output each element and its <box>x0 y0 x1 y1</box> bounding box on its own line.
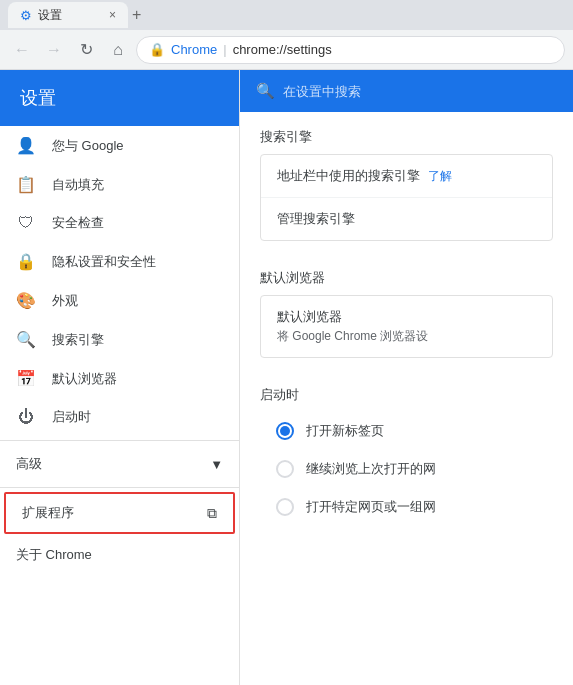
radio-unselected-2 <box>276 498 294 516</box>
manage-search-engines-item[interactable]: 管理搜索引擎 <box>261 198 552 240</box>
advanced-label: 高级 <box>16 455 42 473</box>
radio-selected <box>276 422 294 440</box>
gear-icon: ⚙ <box>20 8 32 23</box>
forward-button[interactable]: → <box>40 36 68 64</box>
sidebar-header: 设置 <box>0 70 239 126</box>
tab-close-button[interactable]: × <box>109 8 116 22</box>
sidebar-item-autofill[interactable]: 📋 自动填充 <box>0 165 239 204</box>
external-link-icon: ⧉ <box>207 505 217 522</box>
search-icon: 🔍 <box>16 330 36 349</box>
sidebar-item-appearance[interactable]: 🎨 外观 <box>0 281 239 320</box>
address-bar-search-label: 地址栏中使用的搜索引擎 <box>277 167 420 185</box>
startup-radio-group: 打开新标签页 继续浏览上次打开的网 打开特定网页或一组网 <box>260 412 553 526</box>
reload-button[interactable]: ↻ <box>72 36 100 64</box>
person-icon: 👤 <box>16 136 36 155</box>
sidebar-divider-2 <box>0 487 239 488</box>
startup-option-label-2: 打开特定网页或一组网 <box>306 498 436 516</box>
content-search-bar[interactable]: 🔍 <box>240 70 573 112</box>
sidebar-title: 设置 <box>20 86 56 110</box>
main-layout: 设置 👤 您与 Google 📋 自动填充 🛡 安全检查 🔒 隐私设置和安全性 … <box>0 70 573 685</box>
sidebar-item-label: 您与 Google <box>52 137 124 155</box>
startup-title: 启动时 <box>260 386 553 404</box>
startup-option-label-0: 打开新标签页 <box>306 422 384 440</box>
content: 🔍 搜索引擎 地址栏中使用的搜索引擎 了解 管理搜索引擎 默认浏览器 <box>240 70 573 685</box>
sidebar-item-label: 隐私设置和安全性 <box>52 253 156 271</box>
default-browser-section: 默认浏览器 默认浏览器 将 Google Chrome 浏览器设 <box>240 253 573 370</box>
sidebar-item-label: 自动填充 <box>52 176 104 194</box>
sidebar-item-safety[interactable]: 🛡 安全检查 <box>0 204 239 242</box>
lock-icon: 🔒 <box>149 42 165 57</box>
sidebar-item-search[interactable]: 🔍 搜索引擎 <box>0 320 239 359</box>
sidebar-divider <box>0 440 239 441</box>
radio-unselected <box>276 460 294 478</box>
sidebar-item-label: 启动时 <box>52 408 91 426</box>
about-label: 关于 Chrome <box>16 546 92 564</box>
sidebar-item-google[interactable]: 👤 您与 Google <box>0 126 239 165</box>
startup-option-0[interactable]: 打开新标签页 <box>260 412 553 450</box>
sidebar-item-label: 外观 <box>52 292 78 310</box>
address-chrome: Chrome <box>171 42 217 57</box>
extensions-label: 扩展程序 <box>22 504 74 522</box>
search-engine-section: 搜索引擎 地址栏中使用的搜索引擎 了解 管理搜索引擎 <box>240 112 573 253</box>
default-browser-label: 默认浏览器 <box>277 308 428 326</box>
chevron-down-icon: ▼ <box>210 457 223 472</box>
home-button[interactable]: ⌂ <box>104 36 132 64</box>
sidebar-item-label: 安全检查 <box>52 214 104 232</box>
default-browser-item[interactable]: 默认浏览器 将 Google Chrome 浏览器设 <box>261 296 552 357</box>
startup-section: 启动时 打开新标签页 继续浏览上次打开的网 打开特定网页或一组网 <box>240 370 573 534</box>
tab-label: 设置 <box>38 7 62 24</box>
new-tab-button[interactable]: + <box>132 6 141 24</box>
nav-bar: ← → ↻ ⌂ 🔒 Chrome | chrome://settings <box>0 30 573 70</box>
startup-option-2[interactable]: 打开特定网页或一组网 <box>260 488 553 526</box>
calendar-icon: 📅 <box>16 369 36 388</box>
default-browser-title: 默认浏览器 <box>260 269 553 287</box>
sidebar-item-privacy[interactable]: 🔒 隐私设置和安全性 <box>0 242 239 281</box>
clipboard-icon: 📋 <box>16 175 36 194</box>
power-icon: ⏻ <box>16 408 36 426</box>
sidebar: 设置 👤 您与 Google 📋 自动填充 🛡 安全检查 🔒 隐私设置和安全性 … <box>0 70 240 685</box>
sidebar-advanced[interactable]: 高级 ▼ <box>0 445 239 483</box>
title-bar: ⚙ 设置 × + <box>0 0 573 30</box>
settings-tab[interactable]: ⚙ 设置 × <box>8 2 128 28</box>
search-engine-card: 地址栏中使用的搜索引擎 了解 管理搜索引擎 <box>260 154 553 241</box>
sidebar-item-default-browser[interactable]: 📅 默认浏览器 <box>0 359 239 398</box>
radio-inner <box>280 426 290 436</box>
sidebar-extensions[interactable]: 扩展程序 ⧉ <box>4 492 235 534</box>
search-icon-white: 🔍 <box>256 82 275 100</box>
palette-icon: 🎨 <box>16 291 36 310</box>
sidebar-about[interactable]: 关于 Chrome <box>0 536 239 574</box>
search-engine-title: 搜索引擎 <box>260 128 553 146</box>
default-browser-card: 默认浏览器 将 Google Chrome 浏览器设 <box>260 295 553 358</box>
manage-search-engines-label: 管理搜索引擎 <box>277 210 355 228</box>
settings-search-input[interactable] <box>283 84 557 99</box>
startup-option-1[interactable]: 继续浏览上次打开的网 <box>260 450 553 488</box>
sidebar-item-startup[interactable]: ⏻ 启动时 <box>0 398 239 436</box>
learn-more-link[interactable]: 了解 <box>428 168 452 185</box>
sidebar-item-label: 默认浏览器 <box>52 370 117 388</box>
sidebar-item-label: 搜索引擎 <box>52 331 104 349</box>
shield-check-icon: 🛡 <box>16 214 36 232</box>
address-bar-search-item[interactable]: 地址栏中使用的搜索引擎 了解 <box>261 155 552 198</box>
address-url: chrome://settings <box>233 42 332 57</box>
address-separator: | <box>223 42 226 57</box>
address-bar[interactable]: 🔒 Chrome | chrome://settings <box>136 36 565 64</box>
startup-option-label-1: 继续浏览上次打开的网 <box>306 460 436 478</box>
back-button[interactable]: ← <box>8 36 36 64</box>
default-browser-desc: 将 Google Chrome 浏览器设 <box>277 328 428 345</box>
lock-icon: 🔒 <box>16 252 36 271</box>
